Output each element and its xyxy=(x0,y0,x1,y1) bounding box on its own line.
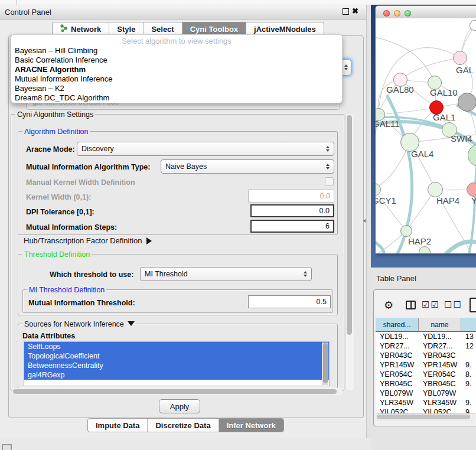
cell: YDR27... xyxy=(419,341,461,351)
divider-collapse-icon[interactable] xyxy=(363,219,366,223)
select-all-checkboxes-icon[interactable]: ☑☑ xyxy=(422,299,440,310)
table-row[interactable]: YDR27... YDR27... 12 xyxy=(376,341,476,351)
network-window[interactable]: GAL GAL80 GAL10 GAL1 GAL11 SWI4 GAL4 GCY… xyxy=(375,5,476,254)
network-node[interactable] xyxy=(453,51,467,65)
algorithm-dropdown-list: Select algorithm to view settings Bayesi… xyxy=(11,34,343,103)
network-window-titlebar[interactable] xyxy=(376,6,476,19)
tab-cyni-toolbox-label: Cyni Toolbox xyxy=(190,25,238,34)
dropdown-item-aracne[interactable]: ARACNE Algorithm xyxy=(14,65,340,74)
kernel-width-input[interactable]: 0.0 xyxy=(248,190,334,203)
column-header-partial[interactable] xyxy=(461,318,476,332)
cell: 9. xyxy=(461,360,476,370)
network-node[interactable] xyxy=(470,20,476,31)
close-icon[interactable]: ✖ xyxy=(352,6,358,15)
tab-jactivemnodules[interactable]: jActiveMNodules xyxy=(246,22,324,35)
sources-title-label: Sources for Network Inference xyxy=(24,320,124,328)
tab-style[interactable]: Style xyxy=(109,22,144,35)
table-row[interactable]: YBL079W YBL079W xyxy=(376,389,476,398)
tab-select-label: Select xyxy=(151,25,174,34)
node-label-hap2: HAP2 xyxy=(408,236,431,246)
gear-icon[interactable]: ⚙ xyxy=(384,299,393,312)
combo-arrows-icon xyxy=(304,271,307,277)
network-node-gray[interactable] xyxy=(458,93,476,112)
mi-type-value: Naive Bayes xyxy=(165,162,207,171)
combo-arrows-icon xyxy=(326,146,330,152)
node-label-swi4: SWI4 xyxy=(451,133,472,144)
dropdown-item-bayesian-k2[interactable]: Bayesian – K2 xyxy=(14,84,340,93)
deselect-all-checkboxes-icon[interactable]: ☐☐ xyxy=(444,299,462,310)
which-threshold-value: MI Threshold xyxy=(145,270,188,278)
table-row[interactable]: YER054C YER054C 8. xyxy=(376,370,476,379)
apply-button[interactable]: Apply xyxy=(159,399,200,413)
table-hscrollbar-thumb[interactable] xyxy=(377,415,470,419)
attribute-item[interactable]: BetweennessCentrality xyxy=(24,361,329,370)
attributes-scrollbar-thumb[interactable] xyxy=(323,343,328,383)
attribute-item[interactable]: gal4RGexp xyxy=(24,370,329,380)
column-header-shared[interactable]: shared... xyxy=(376,318,419,332)
cell: 8. xyxy=(461,370,476,379)
manual-kernel-checkbox[interactable] xyxy=(325,177,334,186)
node-label: GAL xyxy=(456,65,474,75)
manual-kernel-label: Manual Kernel Width Definition xyxy=(26,178,135,187)
mi-steps-input[interactable]: 6 xyxy=(250,220,334,233)
settings-hscrollbar-thumb[interactable] xyxy=(13,389,337,394)
table-row[interactable]: YBR045C YBR045C 9. xyxy=(376,379,476,389)
dropdown-item-basic-correlation[interactable]: Basic Correlation Inference xyxy=(14,56,340,65)
mi-type-combo[interactable]: Naive Bayes xyxy=(161,159,334,174)
table-row[interactable]: YIL052C YIL052C 9 xyxy=(376,407,476,413)
algorithm-dropdown-placeholder: Select algorithm to view settings xyxy=(11,37,342,45)
which-threshold-combo[interactable]: MI Threshold xyxy=(140,267,312,281)
sources-group-title[interactable]: Sources for Network Inference xyxy=(22,320,136,328)
dropdown-item-bayesian-hill[interactable]: Bayesian – Hill Climbing xyxy=(14,46,340,56)
attribute-item[interactable]: TopologicalCoefficient xyxy=(24,351,329,361)
table-row[interactable]: YPR145W YPR145W 9. xyxy=(376,360,476,370)
top-toolbar-tick xyxy=(17,0,17,5)
mi-threshold-group-title: MI Threshold Definition xyxy=(27,286,106,294)
cyni-algorithm-settings-title: Cyni Algorithm Settings xyxy=(15,110,95,119)
tab-jactivemnodules-label: jActiveMNodules xyxy=(254,25,316,34)
aracne-mode-combo[interactable]: Discovery xyxy=(77,142,334,156)
dropdown-item-dream8[interactable]: Dream8 DC_TDC Algorithm xyxy=(14,93,340,103)
cyni-bottom-tabbar: Impute Data Discretize Data Infer Networ… xyxy=(87,418,284,432)
close-traffic-light[interactable] xyxy=(383,10,390,17)
table-body[interactable]: YDL19... YDL19... 13 YDR27... YDR27... 1… xyxy=(376,332,476,413)
cell: 9 xyxy=(461,407,476,413)
tab-impute-data[interactable]: Impute Data xyxy=(88,419,148,432)
cell: YPR145W xyxy=(419,360,461,370)
cell: YBR043C xyxy=(376,351,419,360)
node-label-gcy1: GCY1 xyxy=(376,195,396,206)
table-panel-title: Table Panel xyxy=(376,274,416,283)
node-label-gal10: GAL10 xyxy=(430,87,458,97)
settings-vscrollbar-thumb[interactable] xyxy=(347,115,352,335)
attribute-item[interactable]: SelfLoops xyxy=(24,342,329,351)
column-header-name[interactable]: name xyxy=(419,318,461,332)
table-row[interactable]: YBR043C YBR043C xyxy=(376,351,476,360)
export-table-icon[interactable] xyxy=(470,298,476,312)
network-canvas[interactable]: GAL GAL80 GAL10 GAL1 GAL11 SWI4 GAL4 GCY… xyxy=(376,18,476,253)
node-label-gal11: GAL11 xyxy=(376,119,400,129)
bottom-left-widget-icon[interactable] xyxy=(2,444,12,450)
hub-definition-toggle[interactable]: Hub/Transcription Factor Definition xyxy=(24,236,152,245)
dropdown-item-mutual-info[interactable]: Mutual Information Inference xyxy=(14,74,340,84)
mi-threshold-input[interactable]: 0.5 xyxy=(248,295,331,308)
dpi-tolerance-input[interactable]: 0.0 xyxy=(250,204,334,217)
node-label-gal1: GAL1 xyxy=(433,112,455,122)
columns-icon[interactable] xyxy=(406,301,416,309)
tab-select[interactable]: Select xyxy=(144,22,182,35)
tab-infer-network[interactable]: Infer Network xyxy=(219,419,283,432)
tab-network[interactable]: Network xyxy=(53,22,109,35)
tab-discretize-data[interactable]: Discretize Data xyxy=(148,419,219,432)
node-label-partial: Y xyxy=(471,195,476,206)
cell: YIL052C xyxy=(376,407,419,413)
cell: YBR045C xyxy=(419,379,461,389)
table-row[interactable]: YDL19... YDL19... 13 xyxy=(376,332,476,341)
table-row[interactable]: YLR345W YLR345W 9. xyxy=(376,398,476,407)
network-node-hap2[interactable] xyxy=(400,225,412,237)
which-threshold-label: Which threshold to use: xyxy=(50,270,133,279)
tab-cyni-toolbox[interactable]: Cyni Toolbox xyxy=(182,22,246,35)
float-window-icon[interactable] xyxy=(343,8,349,15)
tab-impute-label: Impute Data xyxy=(96,421,139,430)
data-attributes-list[interactable]: SelfLoops TopologicalCoefficient Between… xyxy=(24,341,330,386)
zoom-traffic-light[interactable] xyxy=(405,10,411,17)
minimize-traffic-light[interactable] xyxy=(394,10,400,17)
